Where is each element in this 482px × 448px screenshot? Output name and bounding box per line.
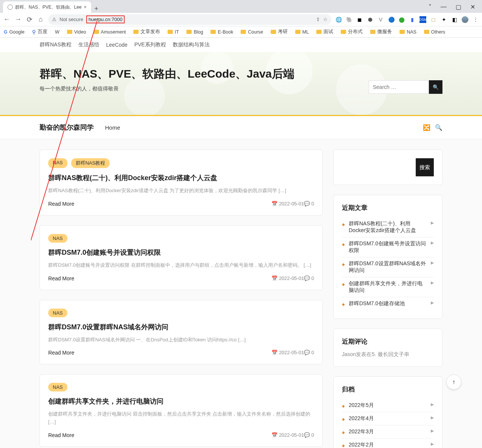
forward-button[interactable]: →	[14, 15, 22, 23]
bullet-icon: ◆	[342, 242, 345, 246]
ext-icon-3[interactable]: ◼	[356, 16, 363, 23]
widget-title: 近期文章	[342, 203, 434, 212]
nav-home[interactable]: Home	[105, 124, 120, 131]
post-title[interactable]: 创建群晖共享文件夹，并进行电脑访问	[48, 397, 314, 406]
nav-link[interactable]: 数据结构与算法	[173, 41, 210, 48]
folder-icon	[400, 30, 405, 34]
list-item[interactable]: ◆群晖DSM7.0设置群晖NAS域名外网访问▶	[342, 257, 434, 277]
new-tab-button[interactable]: +	[91, 5, 102, 13]
bookmark-course[interactable]: Course	[241, 29, 263, 35]
bookmark-microservice[interactable]: 微服务	[370, 29, 392, 35]
search-button[interactable]: 🔍	[429, 80, 442, 94]
nav-link[interactable]: 群晖NAS教程	[40, 41, 72, 48]
read-more-link[interactable]: Read More	[48, 350, 74, 356]
ext-icon-7[interactable]: ⬤	[398, 16, 405, 23]
chevron-right-icon: ▶	[431, 442, 434, 446]
tab-close-icon[interactable]: ×	[84, 5, 87, 10]
bookmark-interview[interactable]: 面试	[316, 29, 333, 35]
share-icon[interactable]: ⇪	[316, 17, 320, 22]
list-item[interactable]: ◆群晖DSM7.0创建存储池▶	[342, 297, 434, 310]
post-excerpt: 群晖DSM7.0创建账号并设置访问权限 在群晖控制面板中，选择用户与群组，点击用…	[48, 261, 314, 269]
bookmark-others[interactable]: Others	[424, 29, 445, 35]
post-tag[interactable]: NAS	[48, 383, 67, 391]
sidebar: 搜索 近期文章 ◆群晖NAS教程(二十)、利用Docker安装zdir搭建个人云…	[333, 150, 442, 448]
scroll-top-button[interactable]: ↑	[446, 375, 461, 390]
random-icon[interactable]: 🔀	[423, 124, 430, 131]
extensions-icon[interactable]: ✦	[441, 16, 447, 23]
bookmark-baidu[interactable]: ⚲百度	[32, 29, 47, 35]
widget-title: 近期评论	[342, 337, 434, 346]
bookmark-ml[interactable]: ML	[295, 29, 309, 35]
list-item[interactable]: ◆群晖DSM7.0创建账号并设置访问权限▶	[342, 237, 434, 257]
post-title[interactable]: 群晖DSM7.0设置群晖NAS域名外网访问	[48, 323, 314, 332]
profile-avatar[interactable]	[462, 16, 468, 23]
sidebar-search-button[interactable]: 搜索	[416, 158, 434, 176]
bookmark-w[interactable]: W	[55, 29, 59, 35]
brand-name[interactable]: 勤奋的凯尔森同学	[40, 123, 94, 132]
post-meta: 📅 2022-05-01💬 0	[272, 432, 314, 438]
search-icon[interactable]: 🔍	[435, 124, 442, 131]
search-input[interactable]	[369, 80, 429, 94]
home-button[interactable]: ⌂	[37, 15, 44, 23]
list-item[interactable]: ◆创建群晖共享文件夹，并进行电脑访问▶	[342, 277, 434, 297]
list-item[interactable]: ◆2022年4月▶	[342, 412, 434, 425]
nav-link[interactable]: PVE系列教程	[134, 41, 166, 48]
list-item[interactable]: ◆2022年5月▶	[342, 399, 434, 412]
ext-icon-1[interactable]: 🌐	[335, 16, 342, 23]
ext-icon-10[interactable]: ◻	[430, 16, 437, 23]
bookmark-amusement[interactable]: Amusement	[94, 29, 126, 35]
list-item[interactable]: ◆2022年3月▶	[342, 425, 434, 438]
minimize-icon[interactable]: —	[441, 3, 447, 11]
bookmark-nas[interactable]: NAS	[400, 29, 416, 35]
bookmark-publish[interactable]: 文章发布	[133, 29, 160, 35]
folder-icon	[295, 30, 300, 34]
browser-tab[interactable]: 群晖、NAS、PVE、软路由、Lee ×	[3, 2, 91, 13]
nav-link[interactable]: LeeCode	[106, 42, 128, 48]
bookmark-google[interactable]: GGoogle	[4, 29, 24, 35]
post-title[interactable]: 群晖NAS教程(二十)、利用Docker安装zdir搭建个人云盘	[48, 173, 314, 182]
widget-archive: 归档 ◆2022年5月▶ ◆2022年4月▶ ◆2022年3月▶ ◆2022年2…	[333, 376, 442, 448]
side-panel-icon[interactable]: ◧	[451, 16, 458, 23]
bullet-icon: ◆	[342, 443, 345, 448]
ext-icon-9[interactable]: DSM	[419, 16, 426, 23]
list-item[interactable]: ◆2022年2月▶	[342, 438, 434, 448]
nav-link[interactable]: 生活感悟	[78, 41, 99, 48]
post-title[interactable]: 群晖DSM7.0创建账号并设置访问权限	[48, 248, 314, 257]
bookmark-it[interactable]: IT	[168, 29, 179, 35]
back-button[interactable]: ←	[3, 15, 11, 23]
ext-icon-4[interactable]: ⬢	[367, 16, 374, 23]
post-tag[interactable]: 群晖NAS教程	[71, 158, 110, 168]
browser-toolbar: ← → ⟳ ⌂ ⚠ Not secure huerpu.cn:7000 ⇪ ☆ …	[0, 13, 482, 26]
maximize-icon[interactable]: ▢	[456, 3, 461, 11]
list-item[interactable]: ◆群晖NAS教程(二十)、利用Docker安装zdir搭建个人云盘▶	[342, 217, 434, 237]
close-icon[interactable]: ✕	[470, 3, 475, 11]
address-bar[interactable]: ⚠ Not secure huerpu.cn:7000 ⇪ ☆	[48, 14, 331, 25]
bookmark-blog[interactable]: Blog	[186, 29, 203, 35]
post-tag[interactable]: NAS	[48, 234, 67, 243]
bookmark-video[interactable]: Video	[67, 29, 86, 35]
ext-icon-6[interactable]: 🔵	[388, 16, 395, 23]
bookmark-distributed[interactable]: 分布式	[341, 29, 363, 35]
chevron-right-icon: ▶	[431, 415, 434, 420]
ext-icon-8[interactable]: ▮	[409, 16, 416, 23]
tab-title: 群晖、NAS、PVE、软路由、Lee	[15, 4, 82, 11]
bookmark-exam[interactable]: 考研	[271, 29, 288, 35]
ext-icon-5[interactable]: V	[377, 16, 384, 23]
menu-icon[interactable]: ⋮	[472, 16, 479, 23]
post-tag[interactable]: NAS	[48, 158, 67, 168]
bookmark-ebook[interactable]: E-Book	[210, 29, 233, 35]
star-icon[interactable]: ☆	[323, 17, 328, 22]
read-more-link[interactable]: Read More	[48, 201, 74, 207]
folder-icon	[370, 30, 375, 34]
chevron-right-icon: ▶	[431, 260, 434, 265]
secondary-nav: 群晖NAS教程 生活感悟 LeeCode PVE系列教程 数据结构与算法	[0, 38, 482, 52]
post-meta: 📅 2022-05-01💬 0	[272, 275, 314, 281]
google-icon: G	[4, 29, 8, 35]
comment-item[interactable]: Jason发表在5. 最长回文子串	[342, 351, 434, 358]
read-more-link[interactable]: Read More	[48, 275, 74, 281]
chevron-down-icon[interactable]: ˅	[429, 3, 432, 11]
ext-icon-2[interactable]: 🐘	[346, 16, 352, 23]
post-tag[interactable]: NAS	[48, 309, 67, 317]
read-more-link[interactable]: Read More	[48, 432, 74, 438]
reload-button[interactable]: ⟳	[26, 15, 33, 24]
